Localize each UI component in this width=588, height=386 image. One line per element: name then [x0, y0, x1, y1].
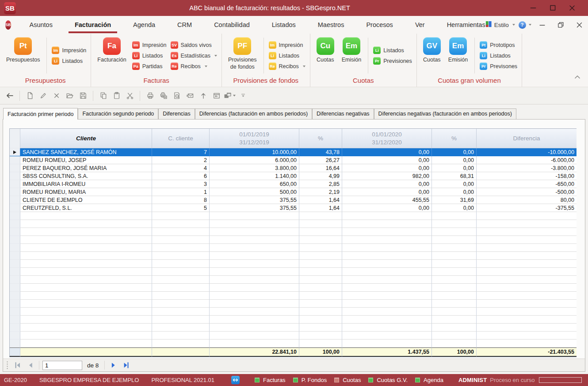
cell[interactable]: 1.140,00 — [210, 172, 299, 180]
cell[interactable]: 1,64 — [299, 196, 342, 204]
cell[interactable]: 0,00 — [432, 164, 477, 172]
cell[interactable]: 375,55 — [210, 196, 299, 204]
cell[interactable]: 982,00 — [342, 172, 432, 180]
maximize-icon[interactable] — [543, 1, 562, 15]
cell[interactable]: 26,27 — [299, 156, 342, 164]
column-header-pct2[interactable]: % — [432, 129, 477, 148]
cell[interactable]: -158,00 — [477, 172, 577, 180]
ribbon-button-impresi-n[interactable]: ImImpresión — [52, 46, 86, 54]
child-close-icon[interactable] — [572, 19, 587, 31]
column-header-periodo2[interactable]: 01/01/2020 31/12/2020 — [342, 129, 432, 148]
cell[interactable]: 0,00 — [342, 188, 432, 196]
pager-first-button[interactable] — [12, 360, 23, 370]
pager-prev-button[interactable] — [25, 360, 36, 370]
tab-diferencias-negativas[interactable]: Diferencias negativas — [312, 108, 374, 119]
menu-item-procesos[interactable]: Procesos — [366, 16, 393, 34]
menu-item-asuntos[interactable]: Asuntos — [30, 16, 53, 34]
cascade-windows-icon[interactable] — [224, 90, 236, 102]
print-icon[interactable] — [144, 90, 156, 102]
paste-clipboard-icon[interactable] — [111, 90, 122, 102]
ribbon-button-listados[interactable]: LiListados — [480, 52, 517, 59]
cell[interactable]: 8 — [152, 196, 210, 204]
ribbon-button-previsones[interactable]: PrPrevisones — [480, 62, 517, 70]
cell[interactable]: 0,00 — [342, 180, 432, 188]
help-menu[interactable]: ? — [519, 21, 531, 29]
cell[interactable]: 0,00 — [342, 164, 432, 172]
cell[interactable]: 650,00 — [210, 180, 299, 188]
cell[interactable]: -650,00 — [477, 180, 577, 188]
cell[interactable]: PEREZ BAQUERO, JOSÉ MARIA — [20, 164, 152, 172]
export-up-icon[interactable] — [197, 90, 209, 102]
ribbon-button-saldos-vivos[interactable]: SVSaldos vivos — [171, 41, 217, 49]
column-header-c-cliente[interactable]: C. cliente — [152, 129, 210, 148]
cell[interactable]: SANCHEZ SANCHEZ, JOSÉ RAMÓN — [20, 148, 152, 156]
ribbon-button-prototipos[interactable]: PtPrototipos — [480, 41, 517, 49]
ribbon-button-recibos[interactable]: ReRecibos — [171, 62, 217, 70]
menu-item-crm[interactable]: CRM — [177, 16, 192, 34]
cell[interactable]: 7 — [152, 148, 210, 156]
cell[interactable]: 500,00 — [210, 188, 299, 196]
cell[interactable]: 31,69 — [432, 196, 477, 204]
ribbon-button-listados[interactable]: LiListados — [373, 46, 412, 54]
pager-last-button[interactable] — [121, 360, 131, 370]
table-row[interactable]: PEREZ BAQUERO, JOSÉ MARIA43.800,0016,640… — [10, 164, 576, 172]
menu-item-ver[interactable]: Ver — [415, 16, 425, 34]
cell[interactable]: IMMOBILIARIA I-ROMEU — [20, 180, 152, 188]
ribbon-button-listados[interactable]: LiListados — [132, 52, 167, 59]
back-arrow-icon[interactable] — [4, 90, 15, 102]
cell[interactable]: 455,55 — [342, 196, 432, 204]
cell[interactable]: 10.000,00 — [210, 148, 299, 156]
cell[interactable]: 1 — [152, 188, 210, 196]
app-menu-logo[interactable]: SB — [5, 20, 11, 30]
cell[interactable]: 2,85 — [299, 180, 342, 188]
tab-facturaci-n-primer-periodo[interactable]: Facturación primer periodo — [3, 108, 78, 120]
cell[interactable]: CREUTZFELD, S.L. — [20, 204, 152, 212]
new-document-icon[interactable] — [24, 90, 36, 102]
cell[interactable]: 0,00 — [342, 156, 432, 164]
table-row[interactable]: SBSS CONSULTING, S.A.61.140,004,99982,00… — [10, 172, 576, 180]
cell[interactable]: 6 — [152, 172, 210, 180]
cell[interactable]: ROMEU ROMEU, MARIA — [20, 188, 152, 196]
cell[interactable]: 68,31 — [432, 172, 477, 180]
cell[interactable]: -10.000,00 — [477, 148, 577, 156]
tab-facturaci-n-segundo-periodo[interactable]: Facturación segundo periodo — [78, 108, 158, 119]
cell[interactable]: 5 — [152, 204, 210, 212]
cell[interactable]: 43,78 — [299, 148, 342, 156]
ribbon-button-presupuestos[interactable]: PtPresupuestos — [4, 37, 42, 64]
open-folder-icon[interactable] — [64, 90, 76, 102]
cell[interactable]: ROMEU ROMEU, JOSEP — [20, 156, 152, 164]
cell[interactable]: 375,55 — [210, 204, 299, 212]
send-email-icon[interactable] — [184, 90, 196, 102]
child-restore-icon[interactable] — [554, 19, 569, 31]
ribbon-button-impresi-n[interactable]: ImImpresión — [269, 41, 305, 49]
cell[interactable]: 0,00 — [342, 204, 432, 212]
cell[interactable]: 0,00 — [432, 148, 477, 156]
copy-document-icon[interactable] — [97, 90, 109, 102]
print-options-icon[interactable] — [157, 90, 169, 102]
column-header-cliente[interactable]: Cliente — [20, 129, 152, 148]
cell[interactable]: 1,64 — [299, 204, 342, 212]
menu-item-agenda[interactable]: Agenda — [133, 16, 155, 34]
cell[interactable]: 3 — [152, 180, 210, 188]
edit-pencil-icon[interactable] — [37, 90, 49, 102]
page-number-input[interactable] — [42, 361, 82, 370]
menu-item-contabilidad[interactable]: Contabilidad — [214, 16, 250, 34]
cut-scissors-icon[interactable] — [124, 90, 136, 102]
menu-item-facturaci-n[interactable]: Facturación — [75, 16, 111, 34]
ribbon-button-emisi-n[interactable]: EmEmisión — [447, 37, 470, 64]
ribbon-button-previsiones[interactable]: PrPrevisiones — [373, 57, 412, 65]
ribbon-button-estad-sticas[interactable]: EsEstadísticas — [171, 52, 217, 59]
ribbon-collapse-button[interactable] — [573, 73, 582, 83]
column-header-diferencia[interactable]: Diferencia — [477, 129, 577, 148]
toolbar-overflow-icon[interactable] — [237, 90, 249, 102]
cell[interactable]: 6.000,00 — [210, 156, 299, 164]
cell[interactable]: 0,00 — [432, 180, 477, 188]
minimize-icon[interactable] — [523, 1, 543, 15]
column-header-pct1[interactable]: % — [299, 129, 342, 148]
tab-diferencias-facturaci-n-en-ambos-periodos[interactable]: Diferencias (facturación en ambos period… — [195, 108, 312, 119]
menu-item-herramientas[interactable]: Herramientas — [447, 16, 485, 34]
table-row[interactable]: ROMEU ROMEU, JOSEP26.000,0026,270,000,00… — [10, 156, 576, 164]
tab-diferencias-negativas-facturaci-n-en-ambos-periodos[interactable]: Diferencias negativas (facturación en am… — [374, 108, 516, 119]
ribbon-button-listados[interactable]: LiListados — [269, 52, 305, 59]
print-preview-icon[interactable] — [171, 90, 183, 102]
